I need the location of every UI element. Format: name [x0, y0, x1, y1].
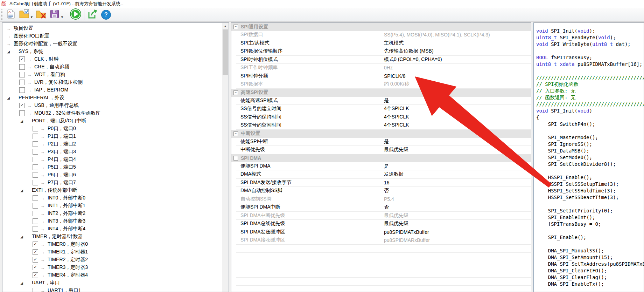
tree-item[interactable]: →P4口，端口4 [2, 156, 229, 163]
tree-item[interactable]: ✓→TIMER3，定时器3 [2, 264, 229, 271]
tree-item[interactable]: →WDT，看门狗 [2, 71, 229, 79]
tree-expanded-icon[interactable]: ◢ [6, 96, 11, 100]
property-value[interactable]: 主机模式 [381, 39, 531, 47]
tree-checkbox[interactable] [33, 141, 38, 147]
collapse-icon[interactable]: − [233, 156, 238, 161]
tree-item[interactable]: →INT2，外部中断2 [2, 210, 229, 217]
open-project-button[interactable] [18, 8, 30, 21]
property-value[interactable]: pu8SPIDMATxBuffer [381, 228, 531, 236]
property-value[interactable]: 否 [381, 203, 531, 211]
tree-item[interactable]: →INT3，外部中断3 [2, 217, 229, 225]
tree-scrollbar[interactable]: ▲ [222, 23, 228, 292]
help-button[interactable]: ? [100, 8, 112, 21]
property-value[interactable]: 先传输高位数据 (MSB) [381, 47, 531, 55]
dropdown-caret-icon[interactable]: ▼ [30, 15, 33, 19]
property-value[interactable]: 最低优先级 [381, 146, 531, 154]
tree-checkbox[interactable] [33, 164, 38, 170]
tree-checkbox[interactable] [19, 72, 25, 77]
tree-item[interactable]: ✓→CLK，时钟 [2, 55, 229, 63]
scrollbar-thumb[interactable] [223, 29, 228, 75]
tree-item[interactable]: →MDU32，32位硬件数学函数库 [2, 109, 229, 117]
tree-item[interactable]: →LVR，复位和低压检测 [2, 79, 229, 86]
collapse-icon[interactable]: − [233, 131, 238, 136]
run-button[interactable] [69, 8, 82, 21]
property-value[interactable]: 4个SPICLK [381, 121, 531, 129]
new-project-button[interactable]: A [5, 8, 17, 21]
tree-item[interactable]: →CRE，自动追频 [2, 63, 229, 71]
tree-item[interactable]: →UART1，串口1 [2, 287, 229, 292]
tree-checkbox[interactable] [33, 134, 38, 139]
tree-checkbox[interactable] [33, 218, 38, 224]
tree-checkbox[interactable] [33, 288, 38, 292]
close-project-button[interactable] [35, 8, 48, 21]
tree-checkbox[interactable] [19, 64, 25, 70]
property-value[interactable]: 是 [381, 162, 531, 170]
tree-checkbox[interactable] [19, 110, 25, 116]
tree-item[interactable]: →图形化时钟配置，一般不设置 [2, 40, 229, 48]
tree-checkbox[interactable]: ✓ [19, 103, 25, 108]
property-value[interactable]: 发送数据 [381, 170, 531, 178]
tree-checkbox[interactable] [33, 211, 38, 216]
tree-item[interactable]: →INT1，外部中断1 [2, 202, 229, 210]
tree-item[interactable]: ◢ UART，串口 [2, 279, 229, 287]
tree-expanded-icon[interactable]: ◢ [6, 50, 11, 54]
tree-checkbox[interactable] [33, 149, 38, 155]
tree-checkbox[interactable]: ✓ [19, 56, 25, 62]
property-value[interactable]: 最低优先级 [381, 220, 531, 228]
property-value[interactable]: 是 [381, 97, 531, 105]
scroll-up-button[interactable]: ▲ [222, 23, 228, 29]
tree-checkbox[interactable]: ✓ [33, 257, 38, 263]
generate-code-button[interactable] [86, 8, 99, 21]
tree-item[interactable]: →INT0，外部中断0 [2, 194, 229, 202]
property-value[interactable]: 16 [381, 179, 531, 187]
toolbar-gripper[interactable] [1, 9, 2, 20]
tree-item[interactable]: ◢ TIMER，定时器/计数器 [2, 233, 229, 240]
tree-item[interactable]: ✓→TIMER2，定时器2 [2, 256, 229, 264]
tree-checkbox[interactable] [19, 80, 25, 85]
tree-item[interactable]: →IAP，EEPROM [2, 86, 229, 94]
tree-item[interactable]: ◢ SYS，系统 [2, 48, 229, 55]
tree-checkbox[interactable] [33, 180, 38, 185]
collapse-icon[interactable]: − [233, 90, 238, 95]
tree-expanded-icon[interactable]: ◢ [19, 119, 24, 123]
tree-checkbox[interactable] [19, 87, 25, 93]
tree-item[interactable]: ✓→TIMER0，定时器0 [2, 240, 229, 248]
tree-checkbox[interactable]: ✓ [33, 272, 38, 278]
tree-item[interactable]: →P2口，端口2 [2, 140, 229, 148]
property-value[interactable]: 模式0 (CPOL=0, CPHA=0) [381, 56, 531, 64]
tree-checkbox[interactable]: ✓ [33, 249, 38, 255]
tree-checkbox[interactable] [33, 172, 38, 178]
tree-item[interactable]: →项目设置 [2, 25, 229, 32]
tree-checkbox[interactable] [33, 195, 38, 201]
tree-checkbox[interactable] [33, 203, 38, 209]
code-preview-panel[interactable]: void SPI_Init(void);uint8_t SPI_ReadByte… [533, 22, 644, 292]
tree-item[interactable]: →P1口，端口1 [2, 133, 229, 140]
tree-item[interactable]: ◢ PERIPHERAL，外设 [2, 94, 229, 102]
tree-checkbox[interactable] [33, 126, 38, 131]
tree-item[interactable]: →INT4，外部中断4 [2, 225, 229, 233]
tree-item[interactable]: →P3口，端口3 [2, 148, 229, 156]
property-value[interactable]: 是 [381, 138, 531, 146]
tree-item[interactable]: ◢ PORT，端口及I/O口中断 [2, 117, 229, 125]
tree-item[interactable]: →P7口，端口7 [2, 179, 229, 186]
tree-expanded-icon[interactable]: ◢ [19, 189, 24, 192]
tree-checkbox[interactable] [33, 157, 38, 162]
tree-item[interactable]: ✓→USB，通用串行总线 [2, 102, 229, 109]
tree-checkbox[interactable]: ✓ [33, 242, 38, 247]
tree-item[interactable]: ✓→TIMER1，定时器1 [2, 248, 229, 256]
tree-item[interactable]: →图形化I/O口配置 [2, 32, 229, 40]
tree-expanded-icon[interactable]: ◢ [19, 281, 24, 285]
tree-item[interactable]: →P0口，端口0 [2, 125, 229, 133]
tree-expanded-icon[interactable]: ◢ [19, 235, 24, 239]
tree-item[interactable]: ◢ EXTI，传统外部中断 [2, 186, 229, 194]
property-value[interactable]: 否 [381, 187, 531, 195]
property-value[interactable]: SPICLK/8 [381, 72, 531, 80]
tree-item[interactable]: →P6口，端口6 [2, 171, 229, 179]
tree-checkbox[interactable]: ✓ [33, 265, 38, 270]
property-value[interactable]: 4个SPICLK [381, 105, 531, 113]
tree-checkbox[interactable] [33, 226, 38, 232]
dropdown-caret-icon[interactable]: ▼ [61, 15, 64, 19]
save-project-button[interactable] [48, 8, 61, 21]
tree-item[interactable]: →P5口，端口5 [2, 163, 229, 171]
tree-item[interactable]: ✓→TIMER4，定时器4 [2, 271, 229, 279]
